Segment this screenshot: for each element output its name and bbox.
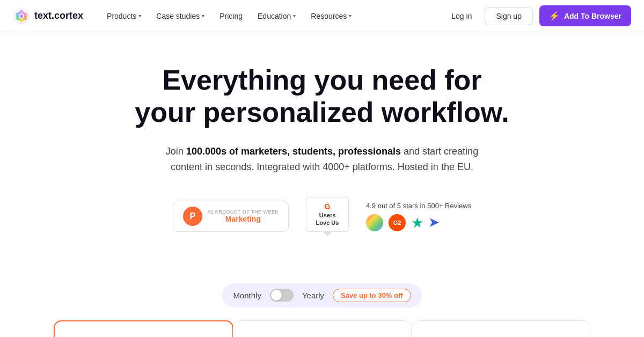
- nav-item-case-studies[interactable]: Case studies ▾: [150, 8, 211, 25]
- product-hunt-icon: P: [183, 207, 202, 226]
- product-rank: #2 PRODUCT OF THE WEEK: [208, 209, 279, 215]
- users-love-badge: G Users Love Us: [306, 197, 349, 236]
- badge-pointer: [323, 232, 332, 236]
- brand-name: text.cortex: [34, 10, 83, 21]
- billing-section: Monthly Yearly Save up to 30% off: [0, 283, 644, 307]
- pricing-card-free: FREE: [412, 320, 590, 337]
- svg-point-8: [20, 14, 23, 18]
- star-icon: ★: [411, 216, 423, 230]
- pricing-card-unlimited: UNLIMITED Most Popular: [54, 320, 233, 337]
- capterra-icon: [366, 214, 383, 231]
- lightning-icon: ⚡: [549, 11, 560, 21]
- add-to-browser-button[interactable]: ⚡ Add To Browser: [539, 5, 631, 26]
- hero-title: Everything you need for your personalize…: [129, 64, 515, 129]
- nav-actions: Log in Sign up ⚡ Add To Browser: [445, 5, 631, 26]
- reviews-section: 4.9 out of 5 stars in 500+ Reviews G2 ★ …: [366, 202, 471, 231]
- nav-item-pricing[interactable]: Pricing: [213, 8, 249, 25]
- nav-item-products[interactable]: Products ▾: [100, 8, 148, 25]
- hero-section: Everything you need for your personalize…: [0, 32, 644, 258]
- getapp-icon: ➤: [429, 217, 438, 229]
- login-button[interactable]: Log in: [445, 8, 478, 25]
- billing-toggle-switch[interactable]: [270, 289, 294, 302]
- logo-icon: [13, 8, 30, 25]
- save-badge: Save up to 30% off: [333, 289, 411, 302]
- hero-subtitle: Join 100.000s of marketers, students, pr…: [156, 144, 488, 175]
- pricing-cards: UNLIMITED Most Popular LITE FREE: [0, 320, 644, 337]
- signup-button[interactable]: Sign up: [485, 7, 532, 25]
- product-category: Marketing: [208, 215, 279, 223]
- navbar: text.cortex Products ▾ Case studies ▾ Pr…: [0, 0, 644, 32]
- nav-item-education[interactable]: Education ▾: [251, 8, 302, 25]
- chevron-down-icon: ▾: [202, 13, 204, 19]
- nav-item-resources[interactable]: Resources ▾: [304, 8, 358, 25]
- yearly-label: Yearly: [302, 291, 324, 300]
- review-platform-icons: G2 ★ ➤: [366, 214, 471, 231]
- pricing-card-lite: LITE: [233, 320, 412, 337]
- chevron-down-icon: ▾: [293, 13, 296, 19]
- product-hunt-badge: P #2 PRODUCT OF THE WEEK Marketing: [173, 201, 289, 232]
- logo-link[interactable]: text.cortex: [13, 8, 83, 25]
- monthly-label: Monthly: [233, 291, 261, 300]
- chevron-down-icon: ▾: [349, 13, 352, 19]
- chevron-down-icon: ▾: [138, 13, 141, 19]
- g2-icon: G2: [389, 214, 406, 231]
- toggle-knob: [271, 290, 282, 301]
- reviews-text: 4.9 out of 5 stars in 500+ Reviews: [366, 202, 471, 210]
- badges-row: P #2 PRODUCT OF THE WEEK Marketing G Use…: [11, 197, 633, 236]
- g2-letter: G: [325, 202, 331, 211]
- billing-toggle-group: Monthly Yearly Save up to 30% off: [222, 283, 421, 307]
- nav-links: Products ▾ Case studies ▾ Pricing Educat…: [100, 8, 445, 25]
